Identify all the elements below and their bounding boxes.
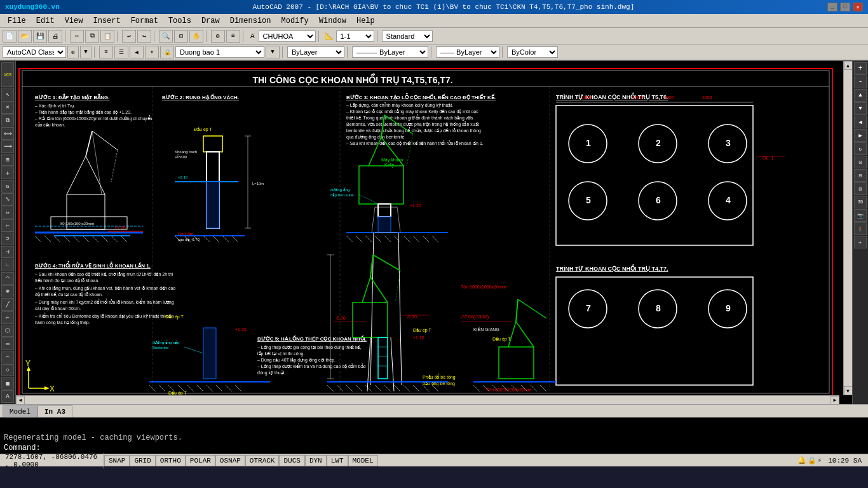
save-button[interactable]: 💾 [33, 30, 47, 43]
command-input[interactable] [41, 444, 864, 452]
pan-left-button[interactable]: ◀ [854, 116, 867, 128]
array-button[interactable]: ⊞ [1, 154, 14, 166]
minimize-button[interactable]: _ [827, 3, 837, 11]
erase-button[interactable]: ✕ [1, 101, 14, 114]
walk-button[interactable]: 🚶 [854, 222, 867, 235]
model-toggle[interactable]: MODEL [348, 455, 378, 466]
menu-window[interactable]: Window [314, 14, 351, 27]
osnap-toggle[interactable]: OSNAP [215, 455, 245, 466]
plot-button[interactable]: 🖨 [48, 30, 62, 43]
menu-help[interactable]: Help [351, 14, 380, 27]
pline-button[interactable]: ⌐ [1, 311, 14, 324]
offset-button[interactable]: ⟿ [1, 140, 14, 153]
circle-button[interactable]: ○ [1, 364, 14, 377]
zoom-realtime-button[interactable]: 🔍 [159, 30, 173, 43]
rotate-button[interactable]: ↻ [1, 180, 14, 193]
arc-button[interactable]: ⌢ [1, 351, 14, 363]
menu-dimension[interactable]: Dimension [225, 14, 276, 27]
ducs-toggle[interactable]: DUCS [279, 455, 304, 466]
line-tool-button[interactable]: ╱ [1, 298, 14, 311]
workspace-btn2[interactable]: ▼ [80, 46, 92, 58]
menu-tools[interactable]: Tools [163, 14, 196, 27]
zoom-out-button[interactable]: - [854, 76, 867, 88]
lineweight-combo[interactable]: —— ByLayer [436, 46, 499, 58]
text-button[interactable]: A [1, 390, 14, 403]
chamfer-button[interactable]: ∟ [1, 259, 14, 271]
mirror-button[interactable]: ⟺ [1, 127, 14, 140]
model-tab[interactable]: Model [3, 405, 37, 417]
extend-button[interactable]: ⊃ [1, 233, 14, 245]
scroll-up-button[interactable]: ▲ [844, 61, 853, 70]
matchprop-button[interactable]: ≡ [226, 30, 240, 43]
camera-button[interactable]: 📷 [854, 209, 867, 222]
zoom-window-button[interactable]: ⊡ [174, 30, 188, 43]
copy-button[interactable]: ⧉ [85, 30, 99, 43]
cut-button[interactable]: ✂ [70, 30, 84, 43]
otrack-toggle[interactable]: OTRACK [245, 455, 280, 466]
3d-orbit-button[interactable]: 3D [854, 196, 867, 208]
drawing-area[interactable]: THI CÔNG CỌC KHOAN NHỔI TRỤ T4,T5,T6,T7.… [16, 61, 852, 404]
move-button[interactable]: ✛ [1, 166, 14, 179]
pick-button[interactable]: ↖ [1, 88, 14, 100]
menu-draw[interactable]: Draw [196, 14, 225, 27]
maximize-button[interactable]: □ [840, 3, 850, 11]
pan-up-button[interactable]: ▲ [854, 89, 867, 102]
zoom-extents-button[interactable]: ⊡ [854, 156, 867, 168]
scroll-left-button[interactable]: ◀ [16, 396, 25, 405]
pan-down-button[interactable]: ▼ [854, 102, 867, 115]
scroll-right-button[interactable]: ▶ [831, 396, 839, 405]
layer-btn-extra[interactable]: ▼ [266, 46, 280, 58]
scroll-down-button[interactable]: ▼ [844, 386, 853, 395]
layer-sun-button[interactable]: ☀ [145, 46, 159, 58]
workspace-btn1[interactable]: ⚙ [67, 46, 79, 58]
menu-edit[interactable]: Edit [31, 14, 60, 27]
style-combo[interactable]: Standard [382, 30, 433, 42]
pan-button[interactable]: ✋ [189, 30, 203, 43]
break-button[interactable]: ⊣ [1, 246, 14, 259]
plotstyle-combo[interactable]: ByColor [507, 46, 558, 58]
snap-toggle[interactable]: SNAP [104, 455, 130, 466]
linetype-combo[interactable]: ——— ByLayer [352, 46, 428, 58]
hatch-button[interactable]: ▦ [1, 377, 14, 390]
trim-button[interactable]: ✄ [1, 219, 14, 232]
ortho-toggle[interactable]: ORTHO [156, 455, 186, 466]
grid-toggle[interactable]: GRID [130, 455, 155, 466]
fillet-button[interactable]: ⌒ [1, 272, 14, 285]
font-combo[interactable]: CHUHOA [259, 30, 316, 42]
redo-button[interactable]: ↪ [137, 30, 151, 43]
menu-format[interactable]: Format [126, 14, 163, 27]
scale-combo[interactable]: 1-1 [336, 30, 374, 42]
zoom-window-button2[interactable]: ⊞ [854, 182, 867, 195]
dyn-toggle[interactable]: DYN [305, 455, 327, 466]
undo-button[interactable]: ↩ [122, 30, 136, 43]
scale-tool-button[interactable]: ⤡ [1, 193, 14, 206]
color-combo[interactable]: ByLayer [287, 46, 344, 58]
layer-lock-button[interactable]: 🔒 [160, 46, 174, 58]
menu-file[interactable]: File [3, 14, 31, 27]
stretch-button[interactable]: ⇔ [1, 207, 14, 219]
menu-insert[interactable]: Insert [88, 14, 125, 27]
layer-manager-button[interactable]: ≡ [99, 46, 113, 58]
horizontal-scrollbar[interactable]: ◀ ▶ [16, 395, 839, 404]
workspace-combo[interactable]: AutoCAD Classic [3, 46, 66, 58]
pan-right-button[interactable]: ▶ [854, 129, 867, 142]
zoom-previous-button[interactable]: ⊟ [854, 169, 867, 182]
orbit-button[interactable]: ↻ [854, 142, 867, 155]
polygon-button[interactable]: ⬡ [1, 325, 14, 337]
vertical-scrollbar[interactable]: ▲ ▼ [843, 61, 852, 395]
new-button[interactable]: 📄 [3, 30, 17, 43]
menu-view[interactable]: View [60, 14, 88, 27]
fly-button[interactable]: ✈ [854, 236, 867, 248]
menu-modify[interactable]: Modify [276, 14, 314, 27]
paste-button[interactable]: 📋 [100, 30, 114, 43]
rect-button[interactable]: ▭ [1, 337, 14, 350]
in-a3-tab[interactable]: In A3 [37, 405, 72, 417]
close-button[interactable]: ✕ [853, 3, 863, 11]
layer-combo[interactable]: Duong bao 1 [175, 46, 264, 58]
copy-tool-button[interactable]: ⧉ [1, 114, 14, 127]
explode-button[interactable]: ⊛ [1, 285, 14, 298]
open-button[interactable]: 📂 [18, 30, 32, 43]
layer-state-button[interactable]: ☰ [114, 46, 128, 58]
zoom-in-button[interactable]: + [854, 62, 867, 75]
properties-button[interactable]: ⚙ [211, 30, 225, 43]
